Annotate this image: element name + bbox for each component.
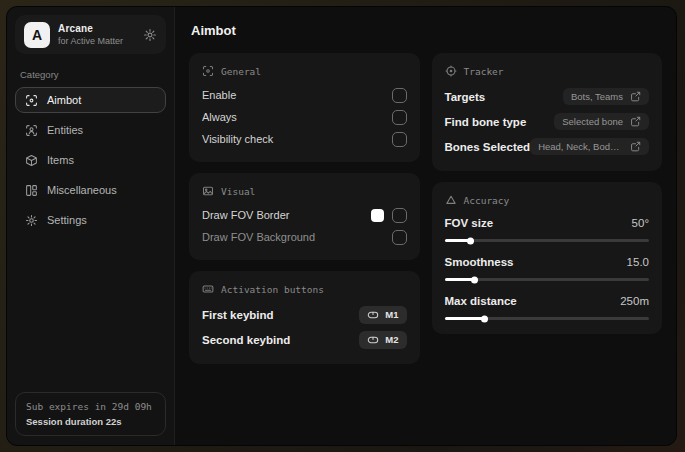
dropdown-value: Head, Neck, Body, Pe... xyxy=(538,141,623,152)
brand-card: A Arcane for Active Matter xyxy=(15,15,166,54)
settings-columns: General Enable Always Visibility check xyxy=(189,53,662,364)
sidebar: A Arcane for Active Matter Category xyxy=(7,7,175,445)
sidebar-item-entities[interactable]: Entities xyxy=(15,117,166,143)
row-label: Draw FOV Background xyxy=(202,231,315,243)
activation-section-header: Activation buttons xyxy=(202,283,407,295)
fov-border-color-swatch[interactable] xyxy=(371,209,384,222)
row-label: Enable xyxy=(202,89,236,101)
triangle-icon xyxy=(445,194,457,206)
row-label: Visibility check xyxy=(202,133,273,145)
slider-label: Max distance xyxy=(445,295,517,307)
row-label: First keybind xyxy=(202,309,274,321)
dropdown-value: Selected bone xyxy=(562,116,623,127)
keybind-value: M1 xyxy=(385,309,398,320)
sidebar-item-settings[interactable]: Settings xyxy=(15,207,166,233)
mouse-icon xyxy=(367,309,379,321)
second-keybind-button[interactable]: M2 xyxy=(359,331,406,349)
section-title: Visual xyxy=(221,186,255,197)
sidebar-item-label: Entities xyxy=(47,124,83,136)
toggle-row-always: Always xyxy=(202,106,407,128)
slider-group-fov-size: FOV size 50° xyxy=(445,213,650,242)
app-title: Arcane xyxy=(58,23,123,34)
tracker-section-header: Tracker xyxy=(445,65,650,77)
sidebar-item-miscellaneous[interactable]: Miscellaneous xyxy=(15,177,166,203)
person-scan-icon xyxy=(25,124,38,137)
slider-group-max-distance: Max distance 250m xyxy=(445,291,650,320)
bones-selected-dropdown[interactable]: Head, Neck, Body, Pe... xyxy=(530,138,649,155)
sidebar-item-items[interactable]: Items xyxy=(15,147,166,173)
sidebar-item-label: Settings xyxy=(47,214,87,226)
session-duration-text: Session duration 22s xyxy=(26,416,155,427)
gear-icon[interactable] xyxy=(143,28,157,42)
accuracy-card: Accuracy FOV size 50° xyxy=(432,182,663,334)
slider-value: 250m xyxy=(620,295,649,307)
enable-checkbox[interactable] xyxy=(392,88,407,103)
visibility-check-checkbox[interactable] xyxy=(392,132,407,147)
arcane-menu-window: A Arcane for Active Matter Category xyxy=(6,6,677,446)
slider-label: FOV size xyxy=(445,217,494,229)
game-background: A Arcane for Active Matter Category xyxy=(0,0,685,452)
app-subtitle: for Active Matter xyxy=(58,36,123,46)
slider-fill xyxy=(445,239,472,242)
brand-text: Arcane for Active Matter xyxy=(58,23,123,46)
row-label: Draw FOV Border xyxy=(202,209,289,221)
section-title: General xyxy=(221,66,261,77)
slider-label: Smoothness xyxy=(445,256,514,268)
row-label: Second keybind xyxy=(202,334,290,346)
category-nav: Aimbot Entities xyxy=(15,87,166,237)
toggle-row-draw-fov-background: Draw FOV Background xyxy=(202,226,407,248)
image-icon xyxy=(202,185,214,197)
max-distance-slider[interactable] xyxy=(445,317,650,320)
slider-value: 50° xyxy=(632,217,649,229)
always-checkbox[interactable] xyxy=(392,110,407,125)
crosshair-scan-icon xyxy=(202,65,214,77)
slider-group-smoothness: Smoothness 15.0 xyxy=(445,252,650,281)
find-bone-type-dropdown[interactable]: Selected bone xyxy=(554,113,649,130)
general-card: General Enable Always Visibility check xyxy=(189,53,420,162)
visual-section-header: Visual xyxy=(202,185,407,197)
draw-fov-background-checkbox[interactable] xyxy=(392,230,407,245)
row-controls xyxy=(371,208,407,223)
keybind-row-first: First keybind M1 xyxy=(202,302,407,327)
targets-dropdown[interactable]: Bots, Teams xyxy=(563,88,649,105)
sidebar-item-aimbot[interactable]: Aimbot xyxy=(15,87,166,113)
slider-thumb[interactable] xyxy=(471,276,478,283)
slider-thumb[interactable] xyxy=(481,315,488,322)
first-keybind-button[interactable]: M1 xyxy=(359,306,406,324)
row-label: Always xyxy=(202,111,237,123)
slider-header: Max distance 250m xyxy=(445,291,650,311)
visual-card: Visual Draw FOV Border Draw FOV Backgrou… xyxy=(189,173,420,260)
section-title: Accuracy xyxy=(464,195,510,206)
slider-thumb[interactable] xyxy=(467,237,474,244)
slider-value: 15.0 xyxy=(627,256,649,268)
section-title: Tracker xyxy=(464,66,504,77)
slider-header: FOV size 50° xyxy=(445,213,650,233)
row-label: Bones Selected xyxy=(445,141,531,153)
slider-header: Smoothness 15.0 xyxy=(445,252,650,272)
radar-icon xyxy=(445,65,457,77)
select-row-bones-selected: Bones Selected Head, Neck, Body, Pe... xyxy=(445,134,650,159)
sidebar-item-label: Miscellaneous xyxy=(47,184,117,196)
slider-fill xyxy=(445,278,476,281)
slider-fill xyxy=(445,317,486,320)
toggle-row-enable: Enable xyxy=(202,84,407,106)
crosshair-scan-icon xyxy=(25,94,38,107)
accuracy-section-header: Accuracy xyxy=(445,194,650,206)
smoothness-slider[interactable] xyxy=(445,278,650,281)
expand-icon xyxy=(630,116,641,127)
keybind-value: M2 xyxy=(385,334,398,345)
sidebar-item-label: Aimbot xyxy=(47,94,81,106)
sub-expires-text: Sub expires in 29d 09h xyxy=(26,401,155,412)
row-label: Find bone type xyxy=(445,116,527,128)
main-content: Aimbot General xyxy=(175,7,676,445)
fov-size-slider[interactable] xyxy=(445,239,650,242)
cube-icon xyxy=(25,154,38,167)
keyboard-icon xyxy=(202,283,214,295)
toggle-row-visibility-check: Visibility check xyxy=(202,128,407,150)
keybind-row-second: Second keybind M2 xyxy=(202,327,407,352)
draw-fov-border-checkbox[interactable] xyxy=(392,208,407,223)
tracker-card: Tracker Targets Bots, Teams xyxy=(432,53,663,171)
section-title: Activation buttons xyxy=(221,284,324,295)
dropdown-value: Bots, Teams xyxy=(571,91,623,102)
gear-icon xyxy=(25,214,38,227)
